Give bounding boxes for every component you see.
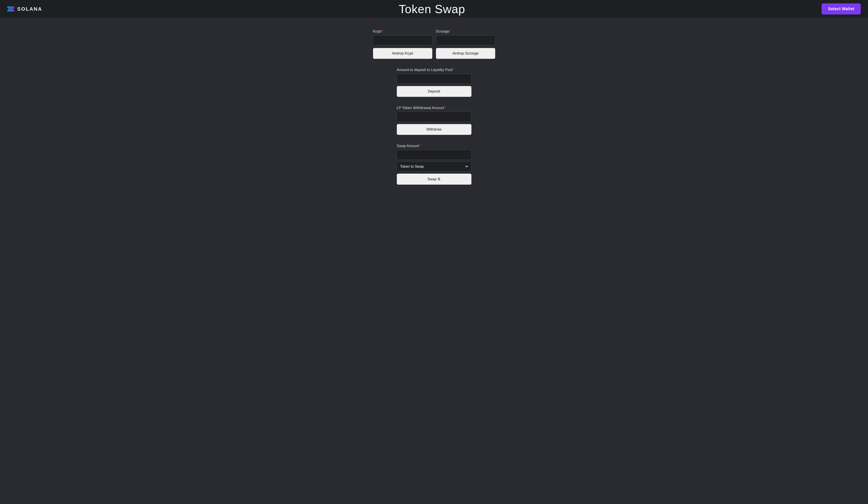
logo-area: SOLANA: [7, 6, 42, 12]
krypt-label: Krypt*: [373, 29, 432, 33]
airdrop-scrooge-button[interactable]: Airdrop Scrooge: [436, 48, 495, 59]
withdraw-required: *: [445, 106, 446, 110]
scrooge-label: Scrooge*: [436, 29, 495, 33]
deposit-input[interactable]: [397, 74, 472, 84]
swap-amount-input[interactable]: [397, 150, 472, 160]
airdrop-inputs-row: Krypt* Scrooge*: [373, 29, 495, 45]
page-title: Token Swap: [399, 2, 465, 16]
logo-text: SOLANA: [17, 6, 42, 12]
scrooge-required: *: [450, 29, 451, 33]
airdrop-buttons-row: Airdrop Krypt Airdrop Scrooge: [373, 48, 495, 59]
airdrop-section: Krypt* Scrooge* Airdrop Krypt Airdrop Sc…: [373, 29, 495, 59]
scrooge-input[interactable]: [436, 35, 495, 45]
app-header: SOLANA Token Swap Select Wallet: [0, 0, 868, 18]
select-wallet-button[interactable]: Select Wallet: [822, 3, 861, 14]
krypt-input[interactable]: [373, 35, 432, 45]
swap-required: *: [420, 144, 421, 148]
withdraw-section: LP-Token Withdrawal Amount* Withdraw: [397, 106, 472, 135]
withdraw-input[interactable]: [397, 112, 472, 122]
deposit-section: Amount to deposit to Liquidity Pool* Dep…: [397, 68, 472, 97]
swap-section: Swap Amount* Token to Swap Krypt Scrooge…: [397, 144, 472, 185]
scrooge-field-group: Scrooge*: [436, 29, 495, 45]
token-to-swap-select[interactable]: Token to Swap Krypt Scrooge: [397, 162, 472, 171]
solana-logo-icon: [7, 7, 14, 11]
krypt-field-group: Krypt*: [373, 29, 432, 45]
swap-label: Swap Amount*: [397, 144, 472, 148]
withdraw-button[interactable]: Withdraw: [397, 124, 472, 135]
swap-button[interactable]: Swap ⇅: [397, 174, 472, 185]
deposit-button[interactable]: Deposit: [397, 86, 472, 97]
deposit-required: *: [453, 68, 454, 72]
withdraw-label: LP-Token Withdrawal Amount*: [397, 106, 472, 110]
deposit-label: Amount to deposit to Liquidity Pool*: [397, 68, 472, 72]
airdrop-krypt-button[interactable]: Airdrop Krypt: [373, 48, 432, 59]
krypt-required: *: [382, 29, 383, 33]
main-content: Krypt* Scrooge* Airdrop Krypt Airdrop Sc…: [0, 18, 868, 205]
